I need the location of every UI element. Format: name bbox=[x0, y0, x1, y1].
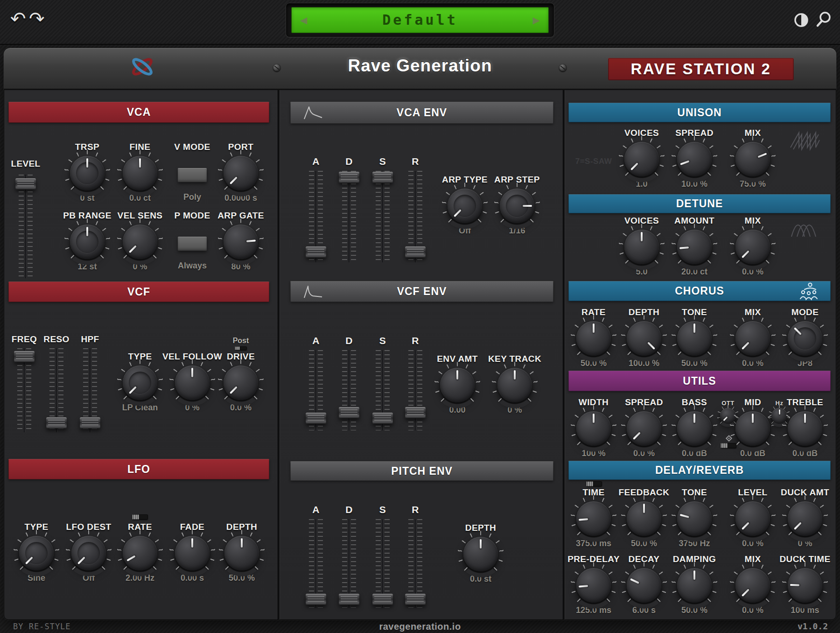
unison-mix-knob[interactable] bbox=[735, 142, 770, 176]
preset-next-arrow-icon[interactable]: ▶ bbox=[533, 14, 540, 26]
vcf-env-attack-slider[interactable] bbox=[306, 350, 326, 430]
vcf-freq-slider[interactable] bbox=[14, 348, 35, 432]
lfo-rate-knob[interactable] bbox=[123, 536, 157, 570]
reverb-damping-knob[interactable] bbox=[677, 568, 712, 603]
vcf-vel-follow-knob[interactable] bbox=[175, 366, 210, 400]
vcf-key-track-knob[interactable] bbox=[497, 368, 532, 402]
lfo-fade-knob[interactable] bbox=[175, 536, 210, 570]
vcf-type-knob[interactable] bbox=[123, 366, 157, 400]
redo-icon[interactable]: ↷ bbox=[29, 9, 45, 28]
vcf-env-release-slider[interactable] bbox=[405, 350, 426, 430]
slider-handle[interactable] bbox=[80, 417, 100, 429]
slider-handle[interactable] bbox=[306, 246, 326, 258]
website-link[interactable]: ravegeneration.io bbox=[0, 621, 840, 632]
vcf-env-amt-knob[interactable] bbox=[440, 368, 475, 402]
delay-duck-amt-knob[interactable] bbox=[788, 501, 822, 536]
slider-handle[interactable] bbox=[306, 594, 326, 605]
slider-handle[interactable] bbox=[14, 351, 35, 362]
column-divider bbox=[278, 90, 280, 620]
chorus-mode: MODE JP8 bbox=[779, 307, 831, 368]
unison-spread-knob[interactable] bbox=[677, 142, 712, 176]
arp-type-knob[interactable] bbox=[448, 189, 482, 223]
slider-handle[interactable] bbox=[405, 407, 426, 418]
slider-handle[interactable] bbox=[339, 594, 359, 605]
delay-tone-knob[interactable] bbox=[677, 501, 712, 536]
slider-handle[interactable] bbox=[339, 407, 359, 418]
detune-amount: AMOUNT 20.0 ct bbox=[669, 216, 720, 277]
vca-pb-range-knob[interactable] bbox=[70, 225, 105, 259]
vca-p-mode-button[interactable] bbox=[178, 237, 207, 251]
vcf-env-sustain-slider[interactable] bbox=[372, 350, 393, 430]
lfo-rate-sync-toggle[interactable] bbox=[132, 514, 148, 520]
utils-ott-toggle[interactable] bbox=[721, 443, 736, 448]
detune-amount-knob[interactable] bbox=[677, 230, 712, 264]
slider-handle[interactable] bbox=[306, 413, 326, 424]
reverb-decay-knob[interactable] bbox=[627, 568, 661, 603]
utils-spread-knob[interactable] bbox=[627, 411, 661, 446]
vca-vel-sens-knob[interactable] bbox=[123, 225, 157, 259]
vca-v-mode-button[interactable] bbox=[178, 168, 207, 182]
vcf-drive-knob[interactable] bbox=[224, 366, 258, 400]
chorus-mode-knob[interactable] bbox=[788, 321, 822, 356]
slider-handle[interactable] bbox=[15, 178, 36, 190]
vcf-env-s-label: S bbox=[379, 335, 386, 346]
lfo-type-knob[interactable] bbox=[19, 536, 54, 570]
delay-duck-time-knob[interactable] bbox=[788, 568, 822, 603]
pitch-env-depth-knob[interactable] bbox=[463, 537, 498, 571]
lfo-dest-knob[interactable] bbox=[71, 536, 106, 570]
detune-mix-knob[interactable] bbox=[735, 230, 770, 264]
unison-voices-knob[interactable] bbox=[624, 142, 659, 176]
reverb-mix-knob[interactable] bbox=[735, 568, 770, 603]
slider-track bbox=[342, 171, 356, 262]
delay-sync-toggle[interactable] bbox=[586, 481, 602, 486]
vca-trsp: TRSP 0 st bbox=[62, 142, 113, 203]
vca-fine-knob[interactable] bbox=[123, 156, 157, 190]
chorus-mix-knob[interactable] bbox=[735, 321, 770, 356]
vca-trsp-knob[interactable] bbox=[70, 156, 105, 190]
delay-level-knob[interactable] bbox=[735, 501, 770, 536]
lfo-rate: RATE 2.00 Hz bbox=[114, 522, 166, 583]
slider-handle[interactable] bbox=[339, 172, 359, 183]
slider-handle[interactable] bbox=[405, 594, 426, 605]
vca-level-slider[interactable] bbox=[15, 175, 36, 278]
pitch-env-decay-slider[interactable] bbox=[339, 519, 359, 608]
delay-time-knob[interactable] bbox=[576, 501, 611, 536]
vcf-post-toggle[interactable] bbox=[235, 346, 247, 350]
reverb-pre-delay-knob[interactable] bbox=[576, 568, 611, 603]
pitch-env-attack-slider[interactable] bbox=[306, 519, 326, 608]
chorus-depth-knob[interactable] bbox=[627, 321, 661, 356]
pitch-env-sustain-slider[interactable] bbox=[372, 519, 393, 608]
vca-env-a-label: A bbox=[312, 156, 320, 167]
vcf-reso-slider[interactable] bbox=[46, 348, 67, 432]
utils-mid-knob[interactable] bbox=[735, 411, 770, 446]
chorus-rate-knob[interactable] bbox=[576, 321, 611, 356]
arp-step-knob[interactable] bbox=[500, 189, 534, 223]
vca-env-sustain-slider[interactable] bbox=[372, 171, 393, 262]
slider-handle[interactable] bbox=[405, 246, 426, 258]
vca-arp-gate-knob[interactable] bbox=[224, 225, 258, 259]
contrast-icon[interactable] bbox=[792, 11, 810, 31]
zoom-magnifier-icon[interactable] bbox=[814, 10, 833, 31]
lfo-depth-knob[interactable] bbox=[224, 536, 259, 570]
vcf-hpf-slider[interactable] bbox=[80, 348, 100, 432]
undo-icon[interactable]: ↶ bbox=[10, 9, 26, 28]
utils-treble-knob[interactable] bbox=[788, 411, 822, 446]
slider-handle[interactable] bbox=[372, 413, 393, 424]
vca-env-release-slider[interactable] bbox=[405, 171, 426, 262]
utils-section-header: UTILS bbox=[568, 371, 831, 391]
utils-bass-knob[interactable] bbox=[677, 411, 712, 446]
utils-width-knob[interactable] bbox=[576, 411, 611, 446]
vca-env-attack-slider[interactable] bbox=[306, 171, 326, 262]
slider-handle[interactable] bbox=[372, 172, 393, 183]
slider-handle[interactable] bbox=[372, 594, 393, 605]
pitch-env-release-slider[interactable] bbox=[405, 519, 426, 608]
vca-port-knob[interactable] bbox=[224, 156, 258, 190]
preset-display[interactable]: ◀ Default ▶ bbox=[291, 7, 549, 33]
vca-env-r-label: R bbox=[412, 156, 419, 167]
chorus-tone-knob[interactable] bbox=[677, 321, 712, 356]
slider-handle[interactable] bbox=[46, 417, 67, 429]
delay-feedback-knob[interactable] bbox=[627, 501, 661, 536]
vca-env-decay-slider[interactable] bbox=[339, 171, 359, 262]
vcf-env-decay-slider[interactable] bbox=[339, 350, 359, 430]
detune-voices-knob[interactable] bbox=[624, 230, 659, 264]
